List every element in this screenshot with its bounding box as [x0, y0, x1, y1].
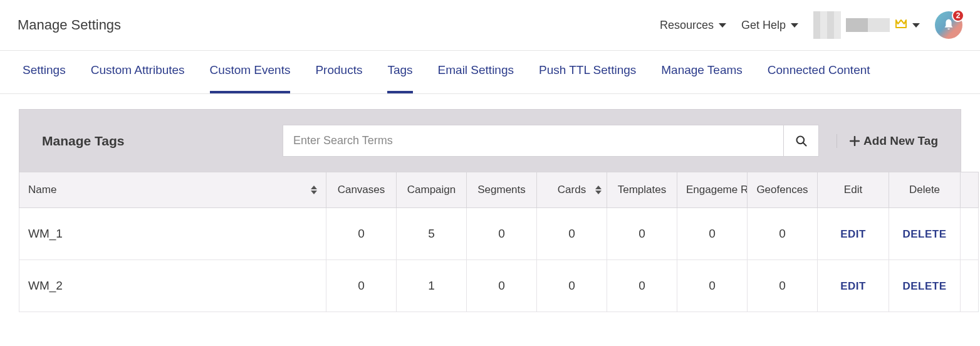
col-canvases[interactable]: Canvases	[326, 172, 397, 208]
table-header-row: Name Canvases Campaign Segments Cards Te…	[19, 172, 979, 208]
table-row: WM_1 0 5 0 0 0 0 0 EDIT DELETE	[19, 208, 979, 260]
cell-templates: 0	[607, 208, 677, 260]
tags-table: Name Canvases Campaign Segments Cards Te…	[19, 172, 979, 312]
resources-menu[interactable]: Resources	[660, 19, 726, 32]
tab-tags[interactable]: Tags	[387, 63, 412, 93]
col-campaigns[interactable]: Campaign	[397, 172, 467, 208]
tab-products[interactable]: Products	[315, 63, 362, 93]
tab-email-settings[interactable]: Email Settings	[438, 63, 514, 93]
crown-icon	[895, 19, 907, 32]
col-geofences[interactable]: Geofences	[748, 172, 818, 208]
search-input[interactable]	[283, 125, 783, 156]
add-new-tag-button[interactable]: Add New Tag	[850, 134, 938, 148]
cell-segments: 0	[467, 260, 537, 312]
cell-cards: 0	[537, 260, 607, 312]
col-cards[interactable]: Cards	[537, 172, 607, 208]
notifications-button[interactable]: 2	[935, 11, 962, 39]
panel-header: Manage Tags Add New Tag	[19, 109, 961, 172]
tab-custom-attributes[interactable]: Custom Attributes	[91, 63, 185, 93]
sort-icon	[311, 186, 317, 194]
col-tail	[961, 172, 979, 208]
cell-geofences: 0	[748, 260, 818, 312]
sort-icon	[595, 186, 602, 194]
cell-templates: 0	[607, 260, 677, 312]
cell-geofences: 0	[748, 208, 818, 260]
col-name[interactable]: Name	[19, 172, 326, 208]
user-menu[interactable]	[813, 11, 920, 39]
search-button[interactable]	[783, 125, 818, 156]
cell-name: WM_1	[19, 208, 326, 260]
chevron-down-icon	[912, 23, 920, 28]
cell-engagement-reports: 0	[677, 208, 748, 260]
panel-title: Manage Tags	[42, 134, 268, 149]
cell-canvases: 0	[326, 260, 397, 312]
cell-name: WM_2	[19, 260, 326, 312]
avatar	[813, 11, 841, 39]
notification-badge: 2	[952, 9, 964, 22]
cell-engagement-reports: 0	[677, 260, 748, 312]
resources-label: Resources	[660, 19, 714, 32]
tab-connected-content[interactable]: Connected Content	[768, 63, 870, 93]
tab-bar: Settings Custom Attributes Custom Events…	[0, 51, 980, 94]
cell-segments: 0	[467, 208, 537, 260]
table-row: WM_2 0 1 0 0 0 0 0 EDIT DELETE	[19, 260, 979, 312]
svg-line-1	[803, 142, 806, 145]
cell-edit: EDIT	[818, 260, 889, 312]
page-title: Manage Settings	[18, 17, 121, 33]
search-icon	[795, 135, 808, 147]
col-segments[interactable]: Segments	[467, 172, 537, 208]
cell-tail	[961, 260, 979, 312]
tab-custom-events[interactable]: Custom Events	[210, 63, 291, 93]
col-edit: Edit	[818, 172, 889, 208]
edit-button[interactable]: EDIT	[840, 228, 866, 240]
cell-delete: DELETE	[889, 260, 961, 312]
col-engagement-reports[interactable]: Engageme Reports	[677, 172, 748, 208]
col-cards-label: Cards	[558, 184, 586, 196]
tab-push-ttl-settings[interactable]: Push TTL Settings	[539, 63, 636, 93]
edit-button[interactable]: EDIT	[840, 280, 866, 292]
get-help-label: Get Help	[741, 19, 786, 32]
col-delete: Delete	[889, 172, 961, 208]
col-templates[interactable]: Templates	[607, 172, 677, 208]
plus-icon	[850, 136, 860, 146]
get-help-menu[interactable]: Get Help	[741, 19, 798, 32]
header-bar: Manage Settings Resources Get Help 2	[0, 0, 980, 51]
cell-delete: DELETE	[889, 208, 961, 260]
add-tag-label: Add New Tag	[863, 134, 938, 148]
tab-manage-teams[interactable]: Manage Teams	[661, 63, 743, 93]
header-right: Resources Get Help 2	[660, 11, 962, 39]
content-area: Manage Tags Add New Tag Name Canvases Ca…	[0, 94, 980, 312]
chevron-down-icon	[791, 23, 798, 28]
search-wrap	[283, 125, 819, 157]
chevron-down-icon	[719, 23, 726, 28]
cell-cards: 0	[537, 208, 607, 260]
delete-button[interactable]: DELETE	[902, 228, 946, 240]
cell-canvases: 0	[326, 208, 397, 260]
add-tag-wrap: Add New Tag	[837, 134, 938, 148]
cell-edit: EDIT	[818, 208, 889, 260]
cell-campaigns: 1	[397, 260, 467, 312]
col-name-label: Name	[28, 184, 56, 196]
tab-settings[interactable]: Settings	[23, 63, 66, 93]
delete-button[interactable]: DELETE	[902, 280, 946, 292]
cell-campaigns: 5	[397, 208, 467, 260]
user-name	[846, 18, 890, 32]
cell-tail	[961, 208, 979, 260]
